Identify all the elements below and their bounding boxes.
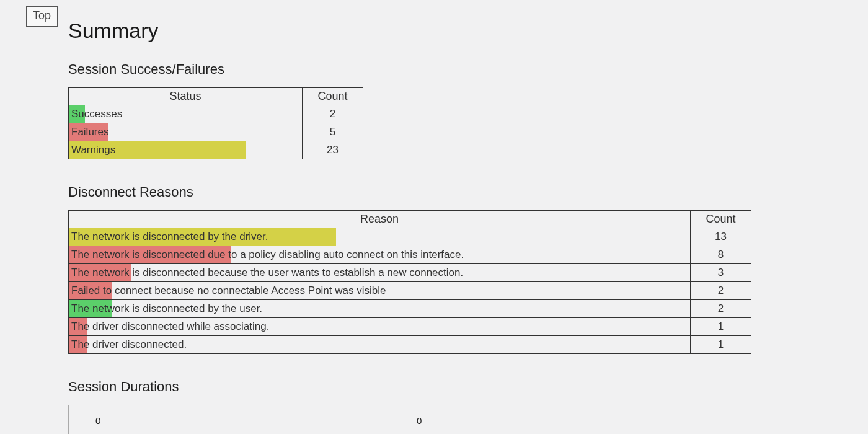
bar-cell: The network is disconnected by the user. — [69, 300, 691, 318]
table-row: The network is disconnected because the … — [69, 264, 751, 282]
table-row: The driver disconnected while associatin… — [69, 318, 751, 336]
reasons-body: The network is disconnected by the drive… — [69, 228, 751, 354]
durations-tick: 0 — [417, 415, 422, 426]
bar-cell: Failed to connect because no connectable… — [69, 282, 691, 300]
count-cell: 3 — [691, 264, 751, 282]
durations-heading: Session Durations — [68, 379, 812, 395]
table-row: The network is disconnected by the user.… — [69, 300, 751, 318]
durations-tick: 0 — [95, 415, 100, 426]
bar-cell: The network is disconnected by the drive… — [69, 228, 691, 246]
bar-label: Successes — [69, 106, 302, 122]
count-cell: 23 — [303, 141, 363, 159]
count-cell: 13 — [691, 228, 751, 246]
bar-cell: The driver disconnected. — [69, 336, 691, 354]
count-cell: 8 — [691, 246, 751, 264]
bar-label: The driver disconnected while associatin… — [69, 319, 690, 335]
table-row: Failed to connect because no connectable… — [69, 282, 751, 300]
bar-label: The driver disconnected. — [69, 337, 690, 353]
count-cell: 2 — [303, 105, 363, 123]
count-cell: 5 — [303, 123, 363, 141]
bar-label: The network is disconnected by the user. — [69, 301, 690, 317]
report-content: Summary Session Success/Failures Status … — [68, 19, 812, 423]
durations-chart: 0 0 — [68, 405, 751, 423]
bar-label: Failed to connect because no connectable… — [69, 283, 690, 299]
bar-cell: The driver disconnected while associatin… — [69, 318, 691, 336]
table-row: The driver disconnected.1 — [69, 336, 751, 354]
count-cell: 2 — [691, 300, 751, 318]
status-table: Status Count Successes2Failures5Warnings… — [68, 87, 363, 159]
reasons-col-reason: Reason — [69, 211, 691, 228]
table-row: Warnings23 — [69, 141, 363, 159]
reasons-table: Reason Count The network is disconnected… — [68, 210, 751, 354]
count-cell: 1 — [691, 336, 751, 354]
bar-cell: The network is disconnected due to a pol… — [69, 246, 691, 264]
bar-label: The network is disconnected by the drive… — [69, 229, 690, 245]
status-body: Successes2Failures5Warnings23 — [69, 105, 363, 159]
table-row: Failures5 — [69, 123, 363, 141]
reasons-col-count: Count — [691, 211, 751, 228]
count-cell: 2 — [691, 282, 751, 300]
bar-label: The network is disconnected due to a pol… — [69, 247, 690, 263]
status-col-count: Count — [303, 88, 363, 105]
table-row: The network is disconnected by the drive… — [69, 228, 751, 246]
bar-cell: Warnings — [69, 141, 303, 159]
bar-label: Failures — [69, 124, 302, 140]
page-title: Summary — [68, 19, 812, 43]
table-row: Successes2 — [69, 105, 363, 123]
table-row: The network is disconnected due to a pol… — [69, 246, 751, 264]
bar-cell: Failures — [69, 123, 303, 141]
count-cell: 1 — [691, 318, 751, 336]
status-col-status: Status — [69, 88, 303, 105]
bar-cell: The network is disconnected because the … — [69, 264, 691, 282]
status-heading: Session Success/Failures — [68, 61, 812, 78]
bar-label: Warnings — [69, 142, 302, 158]
bar-cell: Successes — [69, 105, 303, 123]
bar-label: The network is disconnected because the … — [69, 265, 690, 281]
top-link[interactable]: Top — [26, 6, 58, 27]
reasons-heading: Disconnect Reasons — [68, 184, 812, 200]
